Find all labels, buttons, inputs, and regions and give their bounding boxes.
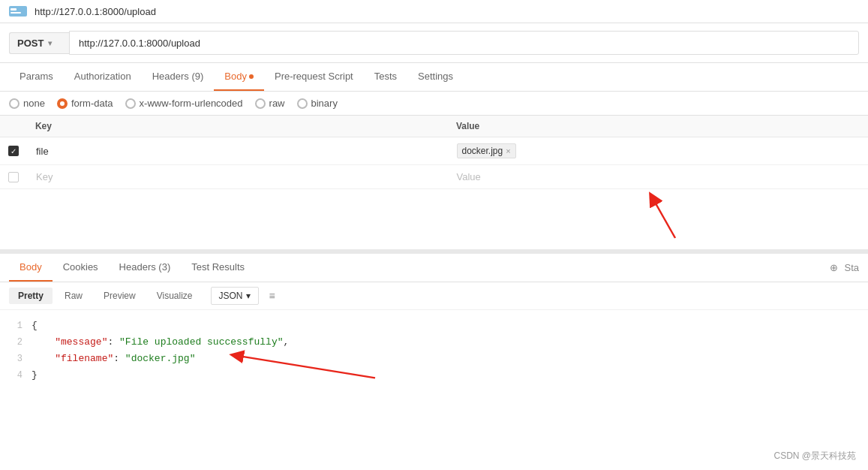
tab-body[interactable]: Body	[214, 63, 264, 91]
globe-icon: ⊕	[830, 262, 838, 273]
svg-rect-0	[9, 6, 27, 17]
radio-urlencoded[interactable]: x-www-form-urlencoded	[125, 98, 243, 109]
svg-rect-1	[11, 8, 17, 11]
value-cell: docker.jpg ×	[448, 137, 869, 164]
radio-circle-form-data	[57, 98, 68, 109]
code-line-2: 2 "message": "File uploaded successfully…	[9, 334, 859, 351]
row-checkbox-empty[interactable]	[0, 166, 27, 188]
tab-authorization[interactable]: Authorization	[64, 63, 142, 91]
table-row: ✓ file docker.jpg ×	[0, 137, 868, 165]
value-header: Value	[447, 116, 868, 137]
chevron-down-icon: ▾	[246, 291, 251, 301]
status-label: Sta	[844, 262, 859, 273]
table-row: Key Value	[0, 165, 868, 189]
wrap-icon[interactable]: ≡	[265, 288, 280, 303]
kv-table: Key Value ✓ file docker.jpg × Key Value	[0, 116, 868, 189]
format-bar: Pretty Raw Preview Visualize JSON ▾ ≡	[0, 282, 868, 310]
format-dropdown[interactable]: JSON ▾	[211, 287, 259, 305]
annotation-arrow-1	[0, 189, 868, 249]
postman-icon	[9, 5, 27, 18]
key-input-empty[interactable]: Key	[27, 165, 448, 188]
chevron-down-icon: ▾	[48, 39, 52, 47]
body-type-row: none form-data x-www-form-urlencoded raw…	[0, 92, 868, 116]
response-tab-headers[interactable]: Headers (3)	[109, 254, 182, 282]
radio-none[interactable]: none	[9, 98, 45, 109]
tab-tests[interactable]: Tests	[364, 63, 407, 91]
svg-line-4	[653, 198, 675, 238]
radio-circle-binary	[297, 98, 308, 109]
code-line-4: 4 }	[9, 367, 859, 384]
code-area: 1 { 2 "message": "File uploaded successf…	[0, 310, 868, 391]
radio-binary[interactable]: binary	[297, 98, 338, 109]
checked-icon: ✓	[8, 146, 19, 156]
radio-circle-urlencoded	[125, 98, 136, 109]
tab-settings[interactable]: Settings	[407, 63, 464, 91]
unchecked-checkbox	[8, 172, 19, 182]
top-bar: http://127.0.0.1:8000/upload	[0, 0, 868, 23]
response-tab-body[interactable]: Body	[9, 254, 53, 282]
url-input[interactable]	[69, 31, 859, 55]
code-line-3: 3 "filename": "docker.jpg"	[9, 351, 859, 367]
response-tab-cookies[interactable]: Cookies	[53, 254, 109, 282]
tab-headers[interactable]: Headers (9)	[142, 63, 215, 91]
fmt-tab-pretty[interactable]: Pretty	[9, 288, 53, 304]
kv-header: Key Value	[0, 116, 868, 137]
format-dropdown-label: JSON	[219, 291, 243, 301]
response-tabs-left: Body Cookies Headers (3) Test Results	[9, 254, 255, 282]
request-tabs: Params Authorization Headers (9) Body Pr…	[0, 63, 868, 92]
radio-circle-raw	[255, 98, 266, 109]
response-tab-test-results[interactable]: Test Results	[181, 254, 255, 282]
response-tabs: Body Cookies Headers (3) Test Results ⊕ …	[0, 254, 868, 282]
response-section: Body Cookies Headers (3) Test Results ⊕ …	[0, 249, 868, 391]
response-tabs-right: ⊕ Sta	[830, 262, 859, 273]
svg-rect-2	[11, 12, 21, 14]
radio-form-data[interactable]: form-data	[57, 98, 113, 109]
radio-circle-none	[9, 98, 20, 109]
code-line-1: 1 {	[9, 318, 859, 334]
fmt-tab-raw[interactable]: Raw	[56, 288, 92, 304]
url-bar: POST ▾	[0, 23, 868, 63]
method-label: POST	[17, 38, 44, 49]
key-cell[interactable]: file	[27, 140, 448, 163]
value-input-empty[interactable]: Value	[448, 165, 869, 188]
radio-raw[interactable]: raw	[255, 98, 285, 109]
tab-params[interactable]: Params	[9, 63, 64, 91]
fmt-tab-visualize[interactable]: Visualize	[148, 288, 202, 304]
topbar-url: http://127.0.0.1:8000/upload	[35, 6, 156, 17]
key-header: Key	[26, 116, 447, 137]
fmt-tab-preview[interactable]: Preview	[95, 288, 145, 304]
method-select[interactable]: POST ▾	[9, 32, 69, 54]
row-checkbox[interactable]: ✓	[0, 140, 27, 162]
file-badge: docker.jpg ×	[457, 143, 516, 158]
tab-pre-request[interactable]: Pre-request Script	[264, 63, 364, 91]
annotation-area	[0, 189, 868, 249]
remove-file-button[interactable]: ×	[506, 146, 510, 155]
